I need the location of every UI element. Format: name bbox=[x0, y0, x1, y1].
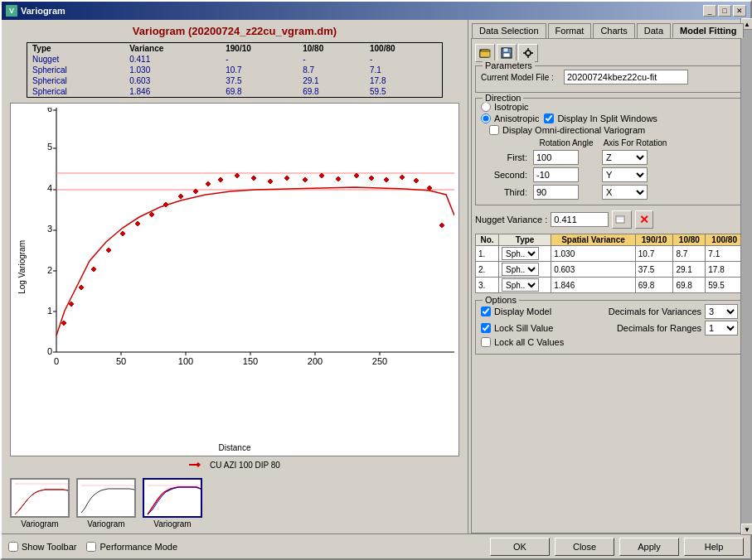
table-header-row: Type Variance 190/10 10/80 100/80 bbox=[27, 43, 442, 54]
thumbnail-1[interactable]: Variogram bbox=[10, 478, 70, 529]
close-dialog-button[interactable]: Close bbox=[555, 538, 614, 556]
table-row: Spherical 1.030 10.7 8.7 7.1 bbox=[27, 65, 442, 75]
thumb-img-2[interactable] bbox=[76, 478, 136, 518]
tab-format[interactable]: Format bbox=[548, 23, 592, 38]
app-icon: V bbox=[6, 5, 17, 17]
chart-title: Variogram (20200724_z22cu_vgram.dm) bbox=[2, 20, 468, 39]
scroll-track[interactable] bbox=[741, 30, 750, 524]
anisotropic-radio[interactable] bbox=[481, 113, 491, 123]
thumb-img-3[interactable] bbox=[143, 478, 202, 518]
help-button[interactable]: Help bbox=[684, 538, 744, 556]
thumbnails-bar: Variogram Variogram bbox=[2, 473, 468, 533]
svg-marker-41 bbox=[206, 181, 211, 186]
open-button[interactable] bbox=[475, 44, 495, 62]
svg-rect-76 bbox=[617, 217, 623, 218]
svg-marker-46 bbox=[284, 176, 289, 181]
struct-col-v2: 10/80 bbox=[673, 234, 706, 246]
tab-data-selection[interactable]: Data Selection bbox=[472, 23, 546, 38]
save-button[interactable] bbox=[497, 44, 517, 62]
tab-data[interactable]: Data bbox=[637, 23, 671, 38]
scroll-down-button[interactable]: ▼ bbox=[741, 524, 750, 533]
isotropic-radio[interactable] bbox=[481, 102, 491, 112]
col-type-header: Type bbox=[27, 43, 124, 54]
svg-rect-59 bbox=[12, 480, 70, 518]
bottom-right: OK Close Apply Help bbox=[490, 538, 744, 556]
thumb-img-1[interactable] bbox=[10, 478, 70, 518]
thumbnail-2[interactable]: Variogram bbox=[76, 478, 136, 529]
svg-marker-52 bbox=[384, 177, 389, 182]
struct-col-v3: 100/80 bbox=[706, 234, 744, 246]
close-button[interactable]: ✕ bbox=[733, 5, 746, 17]
display-omni-label: Display Omni-directional Variogram bbox=[502, 125, 645, 135]
structure-table: No. Type Spatial Variance 190/10 10/80 1… bbox=[475, 234, 744, 293]
performance-mode-checkbox[interactable] bbox=[86, 542, 96, 552]
third-axis-select[interactable]: ZYX bbox=[602, 185, 648, 200]
svg-marker-31 bbox=[69, 302, 74, 307]
display-split-checkbox[interactable] bbox=[544, 113, 554, 123]
svg-marker-56 bbox=[439, 223, 444, 228]
tab-charts[interactable]: Charts bbox=[593, 23, 634, 38]
tab-model-fitting[interactable]: Model Fitting bbox=[672, 23, 744, 38]
col-10-80-header: 10/80 bbox=[298, 43, 365, 54]
show-toolbar-checkbox[interactable] bbox=[8, 542, 18, 552]
maximize-button[interactable]: □ bbox=[718, 5, 731, 17]
performance-mode-checkbox-label: Performance Mode bbox=[86, 542, 177, 552]
performance-mode-label: Performance Mode bbox=[99, 542, 177, 552]
display-model-checkbox[interactable] bbox=[481, 307, 491, 316]
svg-text:6: 6 bbox=[47, 108, 52, 113]
svg-marker-54 bbox=[414, 178, 419, 183]
nugget-input[interactable] bbox=[551, 212, 609, 227]
thumb-label-2: Variogram bbox=[87, 519, 124, 529]
current-model-label: Current Model File : bbox=[481, 73, 564, 82]
svg-rect-77 bbox=[617, 219, 623, 220]
struct-type-3-select[interactable]: Sph... bbox=[502, 278, 539, 292]
title-bar: V Variogram _ □ ✕ bbox=[2, 2, 750, 20]
show-toolbar-checkbox-label: Show Toolbar bbox=[8, 542, 76, 552]
legend-line: CU AZI 100 DIP 80 bbox=[189, 460, 280, 470]
svg-text:250: 250 bbox=[372, 356, 387, 366]
second-axis-select[interactable]: ZYX bbox=[602, 167, 648, 182]
options-group-label: Options bbox=[483, 295, 519, 305]
struct-col-v1: 190/10 bbox=[635, 234, 673, 246]
variogram-chart: 0 1 2 3 4 5 bbox=[32, 108, 454, 373]
settings-button[interactable] bbox=[518, 44, 538, 62]
lock-sill-checkbox[interactable] bbox=[481, 323, 491, 333]
first-axis-select[interactable]: ZYX bbox=[602, 150, 648, 165]
anisotropic-row: Anisotropic bbox=[481, 113, 539, 123]
decimals-variances-label: Decimals for Variances bbox=[609, 307, 701, 316]
decimals-ranges-select[interactable]: 123 bbox=[705, 321, 738, 336]
nugget-delete-button[interactable]: ✕ bbox=[635, 210, 653, 229]
second-label: Second: bbox=[481, 170, 531, 180]
legend-area: CU AZI 100 DIP 80 bbox=[2, 458, 468, 473]
decimals-variances-select[interactable]: 3124 bbox=[705, 304, 738, 319]
lock-c-checkbox[interactable] bbox=[481, 337, 491, 347]
apply-button[interactable]: Apply bbox=[619, 538, 679, 556]
svg-marker-42 bbox=[218, 177, 223, 182]
lock-c-label: Lock all C Values bbox=[494, 337, 564, 347]
struct-type-2-select[interactable]: Sph... bbox=[502, 263, 539, 276]
title-bar-buttons: _ □ ✕ bbox=[703, 5, 746, 17]
thumbnail-3[interactable]: Variogram bbox=[143, 478, 202, 529]
first-rotation-input[interactable] bbox=[533, 150, 579, 165]
svg-marker-33 bbox=[91, 267, 96, 272]
isotropic-label: Isotropic bbox=[494, 102, 529, 112]
main-content: Variogram (20200724_z22cu_vgram.dm) Type… bbox=[2, 20, 750, 533]
second-rotation-input[interactable] bbox=[533, 167, 579, 182]
options-group: Options Display Model Decimals for Varia… bbox=[475, 300, 744, 355]
parameters-group: Parameters Current Model File : bbox=[475, 65, 744, 93]
ok-button[interactable]: OK bbox=[490, 538, 550, 556]
minimize-button[interactable]: _ bbox=[703, 5, 716, 17]
decimals-ranges-label: Decimals for Ranges bbox=[617, 323, 701, 333]
current-model-input[interactable] bbox=[564, 70, 688, 84]
struct-type-1-select[interactable]: Sph... bbox=[502, 247, 539, 260]
display-omni-checkbox[interactable] bbox=[489, 125, 499, 135]
parameters-group-label: Parameters bbox=[483, 60, 535, 70]
svg-text:100: 100 bbox=[178, 356, 193, 366]
direction-group-label: Direction bbox=[483, 93, 523, 103]
main-window: V Variogram _ □ ✕ Variogram (20200724_z2… bbox=[0, 0, 752, 560]
first-label: First: bbox=[481, 152, 531, 162]
nugget-edit-button[interactable] bbox=[612, 210, 632, 229]
third-rotation-input[interactable] bbox=[533, 185, 579, 200]
svg-marker-34 bbox=[106, 248, 111, 253]
struct-col-type: Type bbox=[499, 234, 551, 246]
